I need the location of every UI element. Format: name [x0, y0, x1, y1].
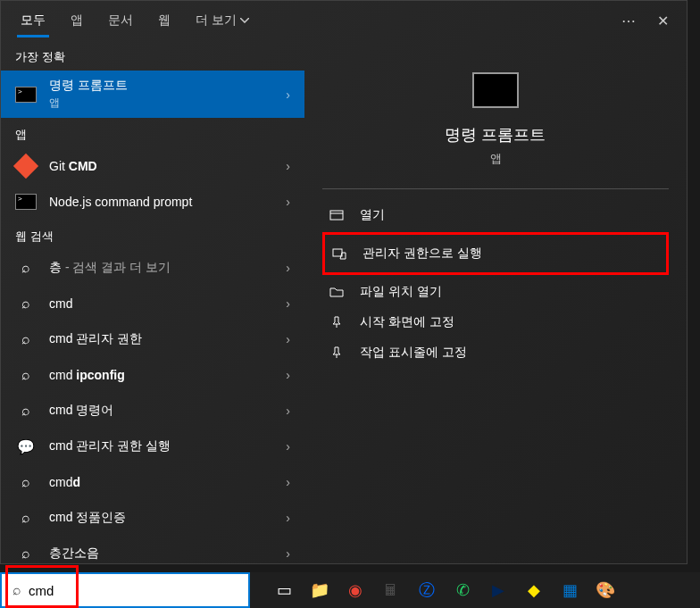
search-icon: ⌕ — [15, 329, 37, 350]
web-result[interactable]: ⌕ 층 - 검색 결과 더 보기 › — [1, 250, 304, 286]
close-button[interactable]: ✕ — [646, 5, 679, 37]
chevron-right-icon: › — [286, 296, 290, 311]
search-icon: ⌕ — [12, 582, 21, 598]
action-label: 파일 위치 열기 — [360, 284, 442, 300]
search-icon: ⌕ — [15, 293, 37, 314]
web-result[interactable]: 💬 cmd 관리자 권한 실행 › — [1, 429, 304, 464]
search-icon: ⌕ — [15, 257, 37, 279]
chevron-right-icon: › — [286, 261, 290, 275]
web-result[interactable]: ⌕ cmd ipconfig › — [1, 357, 304, 393]
taskbar-search-box[interactable]: ⌕ — [0, 572, 250, 608]
more-options-button[interactable]: ⋯ — [611, 5, 646, 37]
tab-more[interactable]: 더 보기 — [183, 4, 262, 37]
action-open[interactable]: 열기 — [322, 200, 669, 230]
tab-documents[interactable]: 문서 — [96, 4, 146, 37]
action-label: 시작 화면에 고정 — [360, 314, 454, 330]
best-match-result[interactable]: 명령 프롬프트 앱 › — [1, 71, 304, 118]
taskbar-icon-task-view[interactable]: ▭ — [268, 574, 300, 606]
action-label: 작업 표시줄에 고정 — [360, 345, 467, 361]
web-result[interactable]: ⌕ cmd › — [1, 286, 304, 321]
svg-rect-0 — [330, 211, 343, 220]
best-match-subtitle: 앱 — [49, 96, 286, 111]
terminal-icon — [15, 84, 37, 105]
tab-apps[interactable]: 앱 — [58, 4, 96, 37]
best-match-title: 명령 프롬프트 — [49, 78, 286, 94]
web-result[interactable]: ⌕ cmd 명령어 › — [1, 393, 304, 429]
action-label: 관리자 권한으로 실행 — [362, 246, 482, 262]
search-icon: ⌕ — [15, 507, 37, 529]
taskbar-icon-calculator[interactable]: 🖩 — [375, 574, 407, 606]
chevron-right-icon: › — [286, 332, 290, 346]
terminal-icon — [15, 191, 37, 212]
taskbar-icon-file-explorer[interactable]: 📁 — [304, 574, 336, 606]
web-result[interactable]: ⌕ cmdd › — [1, 464, 304, 500]
preview-app-icon — [472, 72, 519, 108]
action-pin-start[interactable]: 시작 화면에 고정 — [322, 307, 669, 337]
app-result-git-cmd[interactable]: Git CMD › — [1, 148, 304, 184]
search-icon: ⌕ — [15, 400, 37, 421]
section-web: 웹 검색 — [1, 220, 304, 250]
chevron-right-icon: › — [286, 368, 290, 382]
action-pin-taskbar[interactable]: 작업 표시줄에 고정 — [322, 337, 669, 368]
section-best-match: 가장 정확 — [1, 40, 304, 71]
chevron-down-icon — [240, 18, 249, 23]
divider — [322, 188, 669, 189]
taskbar-icon-zalo[interactable]: Ⓩ — [411, 574, 443, 606]
svg-rect-1 — [333, 249, 342, 256]
app-result-nodejs[interactable]: Node.js command prompt › — [1, 184, 304, 220]
chevron-right-icon: › — [286, 159, 290, 173]
chevron-right-icon: › — [286, 87, 290, 102]
chevron-right-icon: › — [286, 195, 290, 209]
pin-icon — [326, 346, 347, 360]
web-result[interactable]: ⌕ 층간소음 › — [1, 536, 304, 563]
taskbar-icon-app-blue[interactable]: ▦ — [554, 574, 586, 606]
search-input[interactable] — [29, 583, 238, 598]
pin-icon — [326, 315, 347, 329]
web-result[interactable]: ⌕ cmd 정품인증 › — [1, 500, 304, 536]
search-icon: ⌕ — [15, 364, 37, 386]
taskbar-icon-whatsapp[interactable]: ✆ — [446, 574, 479, 606]
action-run-as-admin[interactable]: 관리자 권한으로 실행 — [325, 238, 666, 269]
admin-shield-icon — [329, 246, 350, 261]
search-tabs: 모두 앱 문서 웹 더 보기 ⋯ ✕ — [1, 1, 687, 40]
open-icon — [326, 208, 347, 222]
web-result[interactable]: ⌕ cmd 관리자 권한 › — [1, 321, 304, 357]
taskbar: ⌕ ▭📁◉🖩Ⓩ✆▶◆▦🎨 — [0, 572, 700, 608]
taskbar-icon-powershell[interactable]: ▶ — [482, 574, 514, 606]
chat-icon: 💬 — [15, 436, 37, 457]
action-label: 열기 — [360, 207, 385, 223]
tab-web[interactable]: 웹 — [146, 4, 183, 37]
taskbar-icon-kakaotalk[interactable]: ◆ — [518, 574, 550, 606]
git-icon — [15, 155, 37, 177]
search-icon: ⌕ — [15, 471, 37, 493]
chevron-right-icon: › — [286, 475, 290, 489]
taskbar-icon-chrome[interactable]: ◉ — [339, 574, 371, 606]
preview-subtitle: 앱 — [490, 151, 502, 167]
chevron-right-icon: › — [286, 546, 290, 561]
action-open-location[interactable]: 파일 위치 열기 — [322, 277, 669, 307]
folder-icon — [326, 285, 347, 299]
tab-all[interactable]: 모두 — [8, 4, 58, 37]
taskbar-icon-paint[interactable]: 🎨 — [589, 574, 621, 606]
highlighted-action: 관리자 권한으로 실행 — [322, 232, 669, 275]
chevron-right-icon: › — [286, 439, 290, 454]
chevron-right-icon: › — [286, 404, 290, 418]
chevron-right-icon: › — [286, 511, 290, 525]
section-apps: 앱 — [1, 118, 304, 148]
preview-title: 명령 프롬프트 — [445, 124, 546, 146]
search-icon: ⌕ — [15, 543, 37, 563]
